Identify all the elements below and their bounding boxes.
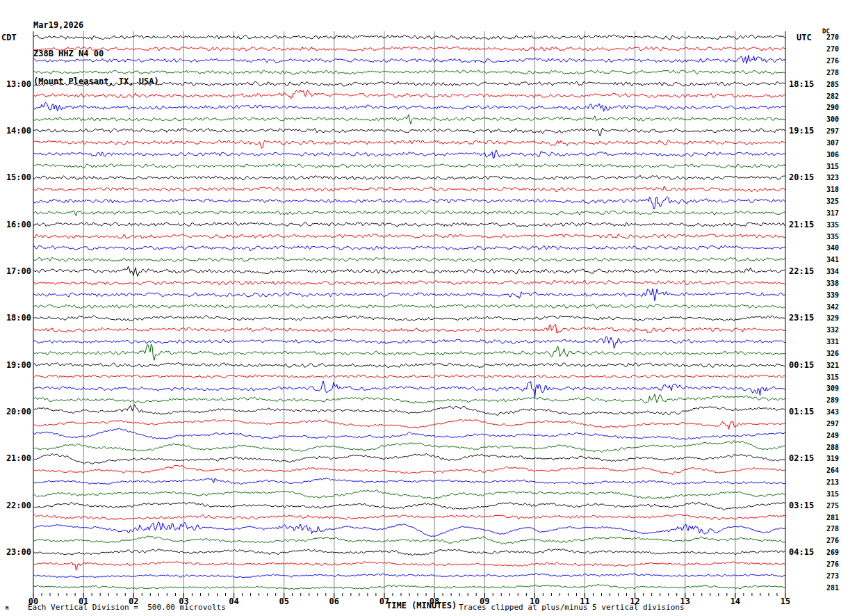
dc-value-row21: 334 (821, 268, 839, 275)
clip-note: Traces clipped at plus/minus 5 vertical … (459, 603, 685, 612)
seismogram-trace-row20-green (33, 257, 785, 261)
dc-value-row16: 317 (821, 209, 839, 217)
seismogram-trace-row18-red (33, 234, 785, 238)
dc-value-row25: 329 (821, 314, 839, 322)
seismogram-trace-row27-blue (33, 337, 785, 348)
seismogram-trace-row13-black (33, 175, 785, 180)
dc-value-row39: 213 (821, 478, 839, 486)
dc-value-row44: 276 (821, 537, 839, 544)
seismogram-trace-row42-red (33, 514, 785, 520)
seismogram-trace-row39-blue (33, 478, 785, 485)
seismogram-trace-row46-red (33, 562, 785, 571)
dc-value-row1: 270 (821, 33, 839, 41)
seismogram-trace-row48-green (33, 584, 785, 589)
dc-value-row33: 343 (821, 408, 839, 416)
seismogram-trace-row1-black (33, 35, 785, 40)
dc-value-row3: 276 (821, 57, 839, 65)
utc-hour-label-04:15: 04:15 (789, 547, 814, 557)
dc-value-row2: 270 (821, 45, 839, 53)
seismogram-trace-row2-red (33, 47, 785, 51)
dc-value-row18: 335 (821, 233, 839, 241)
seismogram-trace-row11-blue (33, 150, 785, 159)
dc-value-row7: 290 (821, 104, 839, 111)
seismogram-trace-row33-black (33, 405, 785, 416)
utc-hour-label-21:15: 21:15 (789, 220, 814, 229)
cdt-hour-label-23:00: 23:00 (0, 547, 31, 557)
seismogram-trace-row16-green (33, 211, 785, 216)
x-tick-label-15: 15 (775, 597, 796, 606)
dc-value-row24: 342 (821, 303, 839, 311)
seismogram-trace-row19-blue (33, 245, 785, 251)
seismogram-trace-row45-black (33, 549, 785, 555)
seismogram-trace-row4-green (33, 70, 785, 74)
seismogram-trace-row25-black (33, 316, 785, 321)
seismogram-trace-row24-green (33, 304, 785, 309)
cdt-hour-label-21:00: 21:00 (0, 453, 31, 463)
seismogram-trace-row15-blue (33, 197, 785, 209)
cdt-hour-label-17:00: 17:00 (0, 266, 31, 276)
utc-hour-label-01:15: 01:15 (789, 407, 814, 416)
dc-value-row29: 321 (821, 362, 839, 369)
dc-value-row17: 335 (821, 221, 839, 229)
cdt-hour-label-14:00: 14:00 (0, 126, 31, 136)
seismogram-trace-row9-black (33, 128, 785, 136)
seismogram-trace-row17-black (33, 222, 785, 227)
utc-hour-label-22:15: 22:15 (789, 266, 814, 276)
x-tick-label-05: 05 (274, 597, 295, 606)
dc-value-row26: 332 (821, 326, 839, 334)
seismogram-trace-row3-blue (33, 55, 785, 63)
helicorder-plot (0, 0, 841, 616)
dc-value-row8: 300 (821, 115, 839, 123)
seismogram-trace-row28-green (33, 344, 785, 361)
cdt-hour-label-19:00: 19:00 (0, 360, 31, 370)
seismogram-trace-row5-black (33, 81, 785, 86)
seismogram-trace-row29-black (33, 363, 785, 368)
seismogram-trace-row44-green (33, 536, 785, 544)
seismogram-trace-row40-green (33, 490, 785, 499)
dc-value-row22: 338 (821, 279, 839, 287)
dc-value-row4: 278 (821, 69, 839, 76)
dc-value-row20: 341 (821, 256, 839, 264)
utc-hour-label-18:15: 18:15 (789, 79, 814, 89)
utc-hour-label-03:15: 03:15 (789, 501, 814, 510)
dc-value-row11: 306 (821, 151, 839, 159)
dc-value-row23: 339 (821, 291, 839, 299)
seismogram-trace-row47-blue (33, 574, 785, 578)
seismogram-trace-row43-blue (33, 522, 785, 537)
dc-value-row35: 249 (821, 432, 839, 439)
dc-value-row38: 264 (821, 467, 839, 474)
x-axis-title: TIME (MINUTES) (386, 601, 457, 610)
dc-value-row15: 325 (821, 197, 839, 205)
utc-hour-label-02:15: 02:15 (789, 453, 814, 463)
seismogram-trace-row8-green (33, 115, 785, 124)
seismogram-trace-row12-green (33, 164, 785, 168)
dc-value-row37: 319 (821, 455, 839, 462)
dc-value-row13: 323 (821, 174, 839, 181)
seismogram-trace-row6-red (33, 90, 785, 99)
utc-hour-label-00:15: 00:15 (789, 360, 814, 370)
seismogram-trace-row36-green (33, 441, 785, 453)
cdt-hour-label-22:00: 22:00 (0, 501, 31, 510)
x-tick-label-06: 06 (324, 597, 345, 606)
seismogram-trace-row31-blue (33, 381, 785, 398)
seismogram-trace-row41-black (33, 503, 785, 510)
seismogram-trace-row32-green (33, 394, 785, 404)
dc-value-row14: 318 (821, 186, 839, 193)
seismogram-trace-row38-red (33, 465, 785, 474)
utc-hour-label-20:15: 20:15 (789, 172, 814, 182)
seismogram-trace-row21-black (33, 266, 785, 277)
seismogram-trace-row37-black (33, 453, 785, 464)
scale-note: Each Vertical Division = 500.00 microvol… (28, 603, 226, 612)
dc-value-row46: 276 (821, 560, 839, 568)
dc-value-row10: 307 (821, 139, 839, 147)
seismogram-trace-row30-red (33, 375, 785, 378)
dc-value-row34: 297 (821, 420, 839, 428)
seismogram-trace-row35-blue (33, 428, 785, 439)
dc-value-row48: 281 (821, 584, 839, 592)
seismogram-trace-row7-blue (33, 103, 785, 112)
cdt-hour-label-18:00: 18:00 (0, 313, 31, 323)
helicorder-screen: Mar19,2026 Z38B HHZ N4 00 (Mount Pleasan… (0, 0, 841, 616)
microvolt-scale-marker: M (6, 606, 8, 611)
cdt-hour-label-20:00: 20:00 (0, 407, 31, 416)
x-tick-label-04: 04 (224, 597, 245, 606)
